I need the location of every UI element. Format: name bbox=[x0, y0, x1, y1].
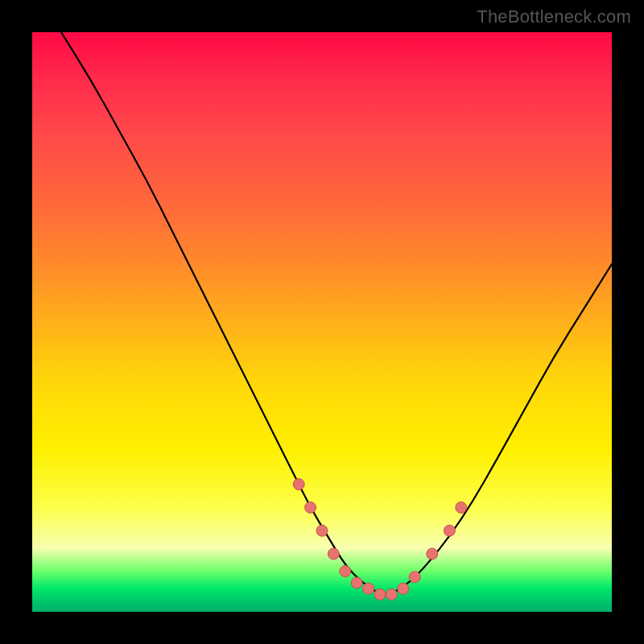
highlight-dot bbox=[386, 588, 397, 600]
highlight-dot bbox=[305, 502, 316, 513]
highlight-dot bbox=[398, 583, 409, 594]
chart-frame: TheBottleneck.com bbox=[0, 0, 644, 644]
highlight-dot bbox=[340, 566, 351, 577]
highlight-dot bbox=[444, 525, 455, 536]
watermark-text: TheBottleneck.com bbox=[477, 6, 631, 27]
highlight-dot bbox=[363, 583, 374, 594]
highlight-dot bbox=[427, 548, 438, 559]
chart-svg bbox=[32, 32, 612, 612]
curve-line bbox=[61, 32, 612, 594]
highlight-dot bbox=[351, 577, 362, 588]
highlight-dot bbox=[293, 479, 304, 490]
highlight-dot bbox=[456, 502, 467, 513]
highlight-dot bbox=[374, 588, 386, 600]
highlight-dot bbox=[328, 548, 339, 559]
highlight-dot bbox=[409, 572, 420, 583]
plot-area bbox=[32, 32, 612, 612]
highlight-dots-group bbox=[293, 479, 467, 601]
highlight-dot bbox=[316, 525, 328, 536]
